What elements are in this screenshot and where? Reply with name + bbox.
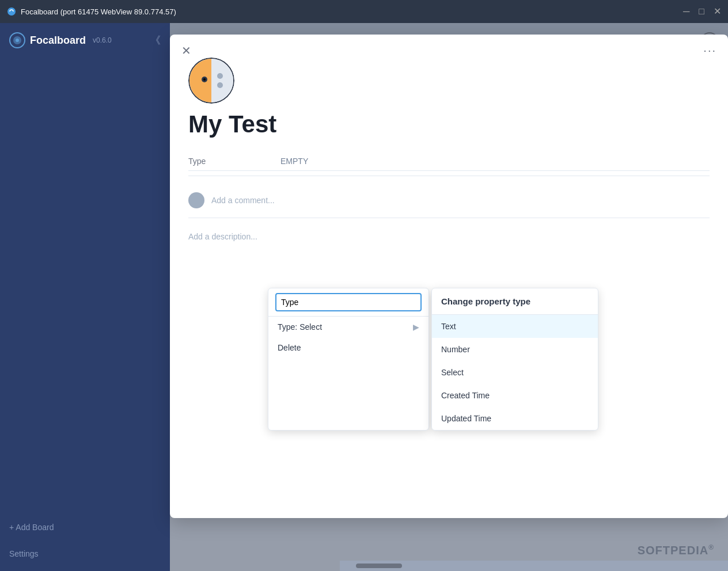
context-menu-container: Type: Select ▶ Delete Change property ty… bbox=[268, 288, 598, 431]
bottom-scrollbar[interactable] bbox=[340, 561, 728, 571]
sidebar: Focalboard v0.6.0 《 + Add Board Settings bbox=[0, 23, 170, 571]
sidebar-logo-text: Focalboard bbox=[30, 35, 86, 47]
sidebar-version: v0.6.0 bbox=[93, 36, 112, 44]
type-select-label: Type: Select bbox=[278, 322, 322, 332]
user-avatar bbox=[188, 192, 204, 208]
comment-avatar bbox=[188, 192, 204, 208]
minimize-button[interactable]: ─ bbox=[683, 7, 689, 16]
title-bar: Focalboard (port 61475 WebView 89.0.774.… bbox=[0, 0, 728, 23]
sidebar-footer: Settings bbox=[0, 536, 170, 571]
add-board-button[interactable]: + Add Board bbox=[0, 518, 170, 536]
property-type-created-time-label: Created Time bbox=[441, 391, 490, 400]
separator bbox=[188, 176, 710, 176]
chevron-right-icon: ▶ bbox=[413, 322, 419, 332]
svg-point-12 bbox=[217, 73, 223, 79]
sidebar-collapse-button[interactable]: 《 bbox=[150, 33, 161, 47]
svg-point-11 bbox=[203, 78, 206, 81]
scrollbar-thumb bbox=[356, 564, 402, 568]
property-type-select[interactable]: Select bbox=[432, 361, 598, 384]
comment-input[interactable]: Add a comment... bbox=[211, 196, 275, 205]
property-type-updated-time[interactable]: Updated Time bbox=[432, 407, 598, 430]
description-area[interactable]: Add a description... bbox=[188, 218, 710, 255]
settings-link[interactable]: Settings bbox=[9, 546, 161, 562]
sidebar-content bbox=[0, 58, 170, 518]
property-type-header: Change property type bbox=[432, 288, 598, 315]
card-title: My Test bbox=[188, 111, 710, 138]
softpedia-text: SOFTPEDIA® bbox=[638, 544, 714, 557]
modal-overlay: ✕ ··· bbox=[170, 23, 728, 571]
svg-point-14 bbox=[189, 193, 204, 208]
property-value: EMPTY bbox=[280, 157, 308, 166]
property-type-updated-time-label: Updated Time bbox=[441, 414, 491, 423]
delete-item[interactable]: Delete bbox=[268, 337, 429, 358]
card-avatar-image bbox=[188, 58, 234, 104]
property-row: Type EMPTY bbox=[188, 152, 710, 171]
svg-point-0 bbox=[7, 7, 16, 16]
property-type-number[interactable]: Number bbox=[432, 338, 598, 361]
app-icon bbox=[7, 7, 16, 16]
property-type-menu: Change property type Text Number Select … bbox=[431, 288, 598, 431]
card-modal: ✕ ··· bbox=[170, 35, 728, 518]
window-title: Focalboard (port 61475 WebView 89.0.774.… bbox=[21, 7, 176, 16]
property-type-number-label: Number bbox=[441, 345, 470, 354]
property-type-text-label: Text bbox=[441, 322, 456, 331]
modal-more-button[interactable]: ··· bbox=[703, 44, 716, 57]
type-select-item[interactable]: Type: Select ▶ bbox=[268, 317, 429, 337]
context-menu-input[interactable] bbox=[275, 293, 422, 311]
comment-area: Add a comment... bbox=[188, 183, 710, 218]
softpedia-watermark: SOFTPEDIA® bbox=[638, 543, 714, 557]
property-type-select-label: Select bbox=[441, 368, 464, 377]
main-content: Meeting Notes ? ✕ ··· bbox=[170, 23, 728, 571]
property-type-text[interactable]: Text bbox=[432, 315, 598, 338]
property-context-menu: Type: Select ▶ Delete bbox=[268, 288, 429, 431]
property-type-created-time[interactable]: Created Time bbox=[432, 384, 598, 407]
maximize-button[interactable]: □ bbox=[699, 7, 704, 16]
close-button[interactable]: ✕ bbox=[714, 7, 721, 16]
sidebar-logo: Focalboard v0.6.0 bbox=[9, 32, 112, 48]
svg-point-3 bbox=[16, 39, 19, 42]
description-placeholder: Add a description... bbox=[188, 232, 257, 241]
focalboard-logo-icon bbox=[9, 32, 25, 48]
sidebar-header: Focalboard v0.6.0 《 bbox=[0, 23, 170, 58]
svg-point-13 bbox=[217, 82, 223, 88]
card-avatar bbox=[188, 58, 234, 104]
context-menu-search bbox=[268, 288, 429, 317]
property-label: Type bbox=[188, 157, 280, 166]
modal-close-button[interactable]: ✕ bbox=[181, 44, 191, 58]
delete-label: Delete bbox=[278, 343, 301, 352]
